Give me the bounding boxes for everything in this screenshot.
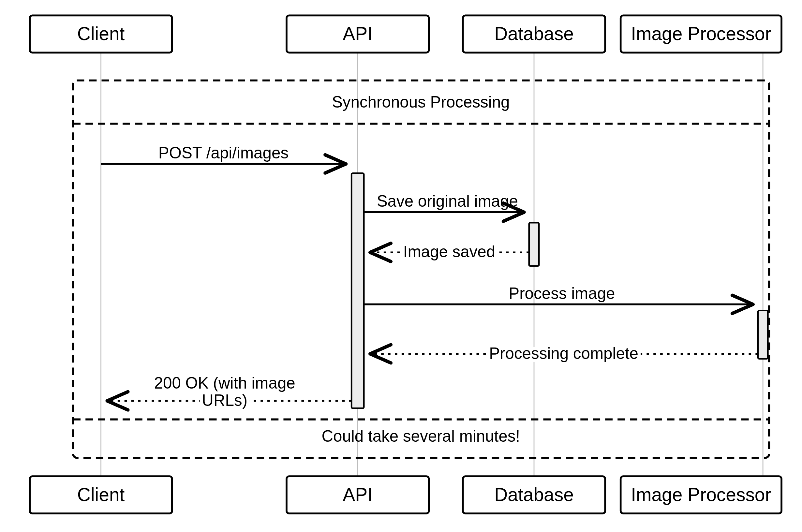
participant-client-label: Client [77, 23, 125, 44]
participant-processor-bottom: Image Processor [621, 476, 781, 513]
participant-processor-top: Image Processor [621, 15, 781, 53]
participant-api-label: API [343, 23, 373, 44]
msg-post-images-label: POST /api/images [158, 144, 288, 162]
messages: POST /api/images Save original image Ima… [101, 144, 758, 409]
msg-200-ok-label-2: URLs) [202, 391, 247, 409]
lifelines [101, 53, 763, 476]
participant-database-label: Database [494, 23, 574, 44]
participants-bottom: Client API Database Image Processor [30, 476, 781, 513]
participant-database-bottom: Database [463, 476, 605, 513]
group-footnote: Could take several minutes! [322, 427, 520, 445]
svg-text:API: API [343, 484, 373, 505]
msg-image-saved-label: Image saved [403, 243, 495, 261]
participants-top: Client API Database Image Processor [30, 15, 781, 53]
msg-processing-complete-label: Processing complete [489, 344, 638, 362]
activation-processor [758, 311, 768, 359]
participant-client-top: Client [30, 15, 172, 53]
participant-api-bottom: API [287, 476, 429, 513]
msg-200-ok-label-1: 200 OK (with image [154, 374, 295, 392]
participant-processor-label: Image Processor [631, 23, 771, 44]
svg-text:Image Processor: Image Processor [631, 484, 771, 505]
activation-database [529, 223, 539, 266]
activation-api [351, 173, 364, 408]
participant-api-top: API [287, 15, 429, 53]
group-label: Synchronous Processing [332, 93, 510, 111]
svg-text:Client: Client [77, 484, 125, 505]
msg-save-original-label: Save original image [377, 192, 518, 210]
svg-rect-0 [73, 80, 769, 458]
participant-database-top: Database [463, 15, 605, 53]
group-frame: Synchronous Processing Could take severa… [73, 80, 769, 458]
svg-text:Database: Database [494, 484, 574, 505]
participant-client-bottom: Client [30, 476, 172, 513]
msg-process-image-label: Process image [509, 284, 615, 302]
